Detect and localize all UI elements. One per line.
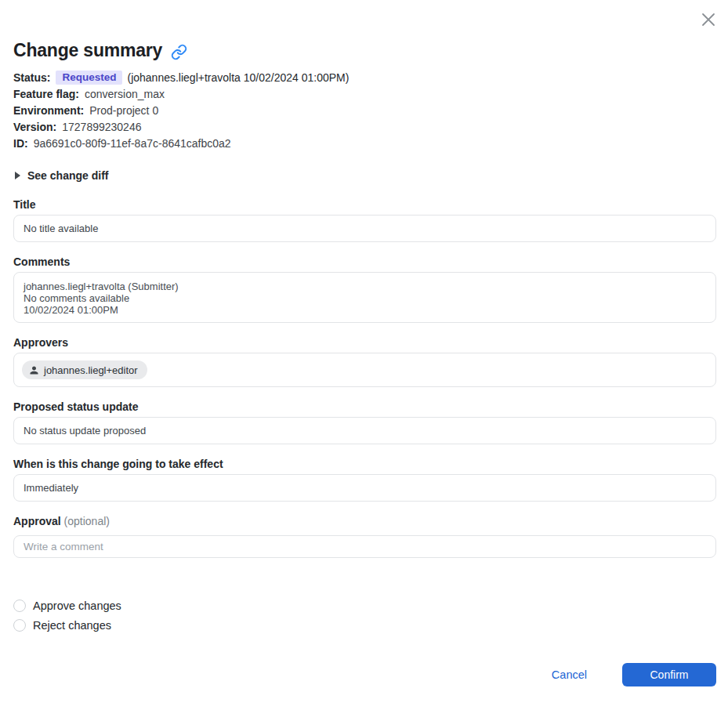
close-icon bbox=[700, 11, 717, 28]
id-value: 9a6691c0-80f9-11ef-8a7c-8641cafbc0a2 bbox=[34, 137, 231, 150]
approvers-field: johannes.liegl+editor bbox=[13, 353, 716, 387]
comments-section-label: Comments bbox=[13, 256, 716, 267]
cancel-button[interactable]: Cancel bbox=[552, 668, 587, 681]
id-line: ID: 9a6691c0-80f9-11ef-8a7c-8641cafbc0a2 bbox=[13, 135, 716, 151]
approve-changes-label: Approve changes bbox=[33, 600, 121, 612]
proposed-status-section-label: Proposed status update bbox=[13, 401, 716, 412]
approval-section-label: Approval (optional) bbox=[13, 516, 716, 527]
see-change-diff-toggle[interactable]: See change diff bbox=[13, 169, 108, 182]
environment-line: Environment: Prod-project 0 bbox=[13, 102, 716, 118]
version-label: Version: bbox=[13, 121, 56, 133]
feature-flag-label: Feature flag: bbox=[13, 88, 79, 100]
permalink-icon[interactable] bbox=[171, 44, 187, 60]
approver-chip: johannes.liegl+editor bbox=[22, 360, 147, 379]
status-line: Status: Requested (johannes.liegl+travol… bbox=[13, 69, 716, 85]
title-field: No title available bbox=[13, 215, 716, 242]
confirm-button[interactable]: Confirm bbox=[622, 663, 716, 686]
effect-section-label: When is this change going to take effect bbox=[13, 458, 716, 469]
effect-field-value: Immediately bbox=[24, 482, 78, 494]
version-line: Version: 1727899230246 bbox=[13, 118, 716, 135]
approval-label: Approval bbox=[13, 515, 61, 527]
page-title: Change summary bbox=[13, 38, 162, 63]
version-value: 1727899230246 bbox=[62, 121, 141, 133]
environment-value: Prod-project 0 bbox=[89, 104, 158, 117]
reject-changes-option[interactable]: Reject changes bbox=[13, 615, 111, 635]
status-label: Status: bbox=[13, 71, 50, 84]
decision-radio-group: Approve changes Reject changes bbox=[13, 596, 716, 635]
id-label: ID: bbox=[13, 137, 28, 150]
effect-field: Immediately bbox=[13, 474, 716, 502]
proposed-status-field: No status update proposed bbox=[13, 417, 716, 444]
comment-body-line: No comments available bbox=[24, 292, 706, 304]
status-detail: (johannes.liegl+travolta 10/02/2024 01:0… bbox=[127, 71, 349, 84]
feature-flag-value: conversion_max bbox=[85, 88, 165, 100]
status-badge: Requested bbox=[56, 71, 122, 85]
comment-submitter-line: johannes.liegl+travolta (Submitter) bbox=[24, 281, 706, 292]
comment-timestamp-line: 10/02/2024 01:00PM bbox=[24, 304, 706, 316]
comments-field: johannes.liegl+travolta (Submitter) No c… bbox=[13, 272, 716, 323]
proposed-status-value: No status update proposed bbox=[24, 425, 146, 437]
dialog-header: Change summary bbox=[13, 38, 716, 63]
reject-radio-icon bbox=[13, 619, 26, 632]
approve-changes-option[interactable]: Approve changes bbox=[13, 596, 121, 615]
approve-radio-icon bbox=[13, 600, 26, 612]
change-summary-dialog: Change summary Status: Requested (johann… bbox=[0, 38, 728, 686]
disclosure-triangle-icon bbox=[15, 172, 20, 179]
environment-label: Environment: bbox=[13, 104, 84, 117]
title-section-label: Title bbox=[13, 199, 716, 210]
person-icon bbox=[28, 364, 40, 376]
metadata-block: Status: Requested (johannes.liegl+travol… bbox=[13, 69, 716, 151]
title-field-value: No title available bbox=[24, 223, 98, 234]
approval-optional-label: (optional) bbox=[64, 515, 110, 527]
close-button[interactable] bbox=[697, 9, 719, 31]
dialog-footer: Cancel Confirm bbox=[13, 663, 716, 686]
approvers-section-label: Approvers bbox=[13, 337, 716, 348]
approver-chip-label: johannes.liegl+editor bbox=[44, 364, 138, 376]
feature-flag-line: Feature flag: conversion_max bbox=[13, 85, 716, 102]
see-change-diff-label: See change diff bbox=[27, 169, 108, 182]
approval-comment-input[interactable] bbox=[13, 535, 716, 558]
reject-changes-label: Reject changes bbox=[33, 619, 111, 632]
